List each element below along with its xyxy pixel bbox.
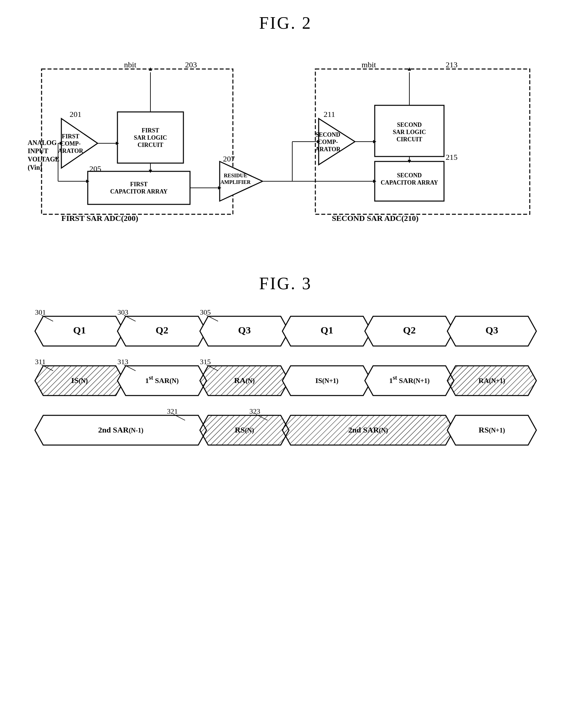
svg-text:311: 311 <box>35 358 45 366</box>
svg-text:SECOND SAR ADC(210): SECOND SAR ADC(210) <box>332 214 419 222</box>
svg-marker-23 <box>373 140 376 143</box>
svg-text:SECOND: SECOND <box>397 121 422 128</box>
fig3-title: FIG. 3 <box>20 274 551 293</box>
svg-text:203: 203 <box>185 61 197 69</box>
svg-text:CAPACITOR ARRAY: CAPACITOR ARRAY <box>110 188 167 195</box>
svg-text:205: 205 <box>89 164 101 173</box>
svg-text:RA(N+1): RA(N+1) <box>478 376 505 385</box>
svg-marker-19 <box>218 186 221 189</box>
svg-text:CIRCUIT: CIRCUIT <box>137 142 163 148</box>
svg-text:(Vin): (Vin) <box>28 164 42 171</box>
svg-text:SECOND: SECOND <box>397 172 422 179</box>
svg-marker-35 <box>408 67 411 71</box>
svg-text:313: 313 <box>117 358 128 366</box>
svg-marker-6 <box>319 118 355 165</box>
svg-text:RA(N): RA(N) <box>234 376 254 385</box>
svg-text:SECOND: SECOND <box>315 131 340 138</box>
svg-text:2nd SAR(N-1): 2nd SAR(N-1) <box>98 426 143 434</box>
svg-text:Q2: Q2 <box>155 325 168 336</box>
svg-rect-4 <box>88 171 190 204</box>
svg-marker-5 <box>220 162 262 201</box>
svg-marker-31 <box>149 67 152 71</box>
svg-text:IS(N+1): IS(N+1) <box>315 376 338 385</box>
svg-text:207: 207 <box>223 155 235 163</box>
fig3-section: FIG. 3 Q1 Q2 Q3 <box>20 274 551 496</box>
svg-text:305: 305 <box>200 308 211 316</box>
svg-text:Q1: Q1 <box>320 325 333 336</box>
svg-text:COMP-: COMP- <box>318 139 338 145</box>
svg-text:301: 301 <box>35 308 46 316</box>
svg-text:213: 213 <box>446 61 458 69</box>
svg-rect-1 <box>315 69 530 214</box>
svg-text:321: 321 <box>167 407 178 415</box>
svg-marker-28 <box>317 140 320 143</box>
fig2-diagram: nbit 203 mbit 201 205 207 211 213 215 FI… <box>22 42 550 247</box>
fig3-diagram: Q1 Q2 Q3 Q1 Q2 Q3 301 303 305 <box>22 303 550 496</box>
svg-text:SAR LOGIC: SAR LOGIC <box>134 134 167 141</box>
svg-rect-8 <box>375 162 444 201</box>
svg-text:RESIDUE: RESIDUE <box>224 173 247 178</box>
svg-text:FIRST: FIRST <box>62 133 79 140</box>
svg-text:303: 303 <box>117 308 128 316</box>
fig2-title: FIG. 2 <box>20 13 551 33</box>
svg-text:315: 315 <box>200 358 211 366</box>
svg-text:mbit: mbit <box>361 61 376 69</box>
svg-text:2nd SAR(N): 2nd SAR(N) <box>348 426 387 434</box>
svg-marker-17 <box>149 170 152 173</box>
svg-text:Q1: Q1 <box>73 325 86 336</box>
svg-rect-3 <box>117 112 184 163</box>
svg-text:RS(N+1): RS(N+1) <box>479 426 505 434</box>
svg-text:ARATOR: ARATOR <box>58 148 83 154</box>
svg-text:AMPLIFIER: AMPLIFIER <box>220 179 251 185</box>
svg-text:323: 323 <box>249 407 260 415</box>
svg-rect-0 <box>41 69 233 214</box>
svg-text:VOLTAGE: VOLTAGE <box>28 156 60 163</box>
svg-text:Q3: Q3 <box>238 325 250 336</box>
svg-marker-15 <box>116 142 119 145</box>
svg-text:Q3: Q3 <box>485 325 498 336</box>
svg-marker-11 <box>60 142 63 145</box>
svg-text:215: 215 <box>446 153 458 162</box>
svg-marker-13 <box>86 180 89 183</box>
svg-text:INPUT: INPUT <box>28 147 48 155</box>
svg-text:RS(N): RS(N) <box>235 426 254 434</box>
svg-marker-25 <box>408 160 411 163</box>
svg-text:ANALOG: ANALOG <box>28 139 57 146</box>
svg-text:211: 211 <box>324 110 335 118</box>
svg-text:FIRST SAR ADC(200): FIRST SAR ADC(200) <box>62 214 138 222</box>
svg-text:FIRST: FIRST <box>141 127 159 134</box>
svg-text:201: 201 <box>70 110 82 118</box>
svg-marker-21 <box>373 180 376 183</box>
svg-marker-2 <box>62 118 98 168</box>
svg-text:FIRST: FIRST <box>130 181 147 188</box>
svg-text:IS(N): IS(N) <box>71 376 87 385</box>
svg-text:CIRCUIT: CIRCUIT <box>396 136 422 143</box>
svg-text:nbit: nbit <box>124 61 136 69</box>
svg-text:CAPACITOR ARRAY: CAPACITOR ARRAY <box>380 179 438 186</box>
svg-text:Q2: Q2 <box>403 325 415 336</box>
svg-rect-7 <box>375 105 444 157</box>
svg-text:COMP-: COMP- <box>61 140 81 147</box>
svg-text:ARATOR: ARATOR <box>315 146 340 153</box>
svg-text:SAR LOGIC: SAR LOGIC <box>392 129 426 135</box>
